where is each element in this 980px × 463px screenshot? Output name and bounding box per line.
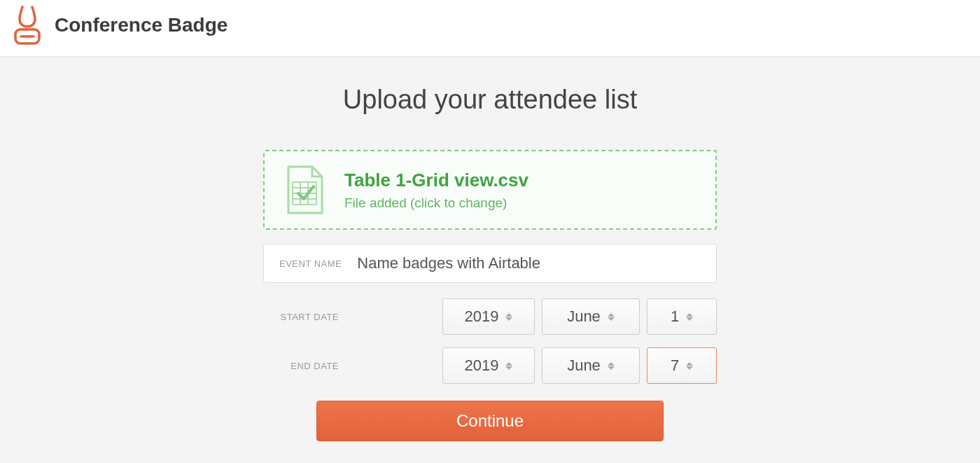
brand-logo[interactable]: Conference Badge — [13, 6, 227, 45]
stepper-icon — [505, 362, 512, 370]
event-name-row: EVENT NAME — [263, 244, 717, 283]
page-title: Upload your attendee list — [0, 85, 980, 115]
event-name-input[interactable] — [357, 254, 701, 272]
badge-logo-icon — [13, 6, 42, 45]
start-year-value: 2019 — [465, 307, 499, 326]
upload-hint: File added (click to change) — [344, 195, 528, 211]
continue-button[interactable]: Continue — [316, 401, 664, 441]
end-day-select[interactable]: 7 — [647, 347, 717, 384]
stepper-icon — [686, 313, 693, 321]
end-day-value: 7 — [671, 357, 679, 375]
start-day-select[interactable]: 1 — [647, 298, 717, 335]
start-month-value: June — [567, 307, 601, 326]
start-date-label: START DATE — [281, 312, 340, 322]
event-name-label: EVENT NAME — [279, 258, 342, 269]
start-year-select[interactable]: 2019 — [442, 298, 535, 335]
end-month-value: June — [567, 357, 601, 375]
spreadsheet-file-icon — [286, 165, 325, 214]
stepper-icon — [608, 362, 615, 370]
end-month-select[interactable]: June — [542, 347, 640, 384]
main-area: Upload your attendee list — [0, 57, 980, 463]
stepper-icon — [608, 313, 615, 321]
file-upload-box[interactable]: Table 1-Grid view.csv File added (click … — [263, 150, 717, 230]
header: Conference Badge — [0, 0, 980, 57]
form-content: Table 1-Grid view.csv File added (click … — [263, 150, 717, 441]
stepper-icon — [686, 362, 693, 370]
end-date-row: END DATE 2019 June 7 — [263, 347, 717, 384]
start-month-select[interactable]: June — [542, 298, 640, 335]
start-date-row: START DATE 2019 June 1 — [263, 298, 717, 335]
stepper-icon — [505, 313, 512, 321]
brand-name: Conference Badge — [55, 14, 227, 36]
end-year-select[interactable]: 2019 — [442, 347, 535, 384]
uploaded-filename: Table 1-Grid view.csv — [344, 170, 528, 191]
upload-text: Table 1-Grid view.csv File added (click … — [344, 170, 528, 211]
end-year-value: 2019 — [465, 357, 499, 375]
start-day-value: 1 — [671, 307, 679, 326]
end-date-label: END DATE — [290, 361, 339, 371]
